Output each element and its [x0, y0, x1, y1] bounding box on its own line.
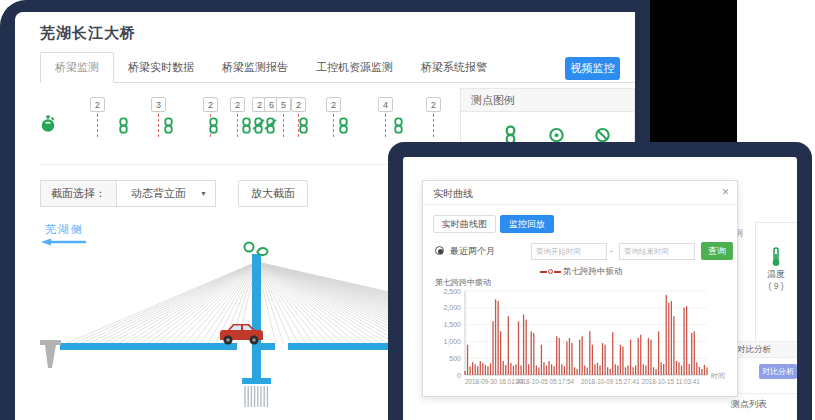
svg-text:2,500: 2,500 — [443, 288, 461, 295]
point-list-header: 测点列表 — [731, 398, 767, 411]
chevron-down-icon: ▼ — [200, 181, 207, 206]
tab-桥梁实时数据[interactable]: 桥梁实时数据 — [114, 53, 208, 82]
svg-text:0: 0 — [457, 372, 461, 379]
main-tab-bar: 桥梁监测桥梁实时数据桥梁监测报告工控机资源监测桥梁系统报警 — [40, 54, 635, 83]
sensor-dashed-line — [158, 114, 159, 137]
sensor-count-badge: 4 — [378, 97, 393, 112]
sensor-count-badge: 2 — [326, 97, 341, 112]
recent-range-radio[interactable] — [435, 246, 444, 255]
link-sensor-icon[interactable] — [297, 117, 310, 135]
recent-range-label: 最近两个月 — [450, 245, 495, 258]
video-monitor-button[interactable]: 视频监控 — [565, 57, 620, 80]
modal-title: 实时曲线 — [433, 187, 473, 201]
temperature-label: 温度 — [755, 269, 797, 281]
svg-text:1,500: 1,500 — [443, 321, 461, 328]
sensor-count-badge: 2 — [291, 97, 306, 112]
svg-text:1,000: 1,000 — [443, 338, 461, 345]
svg-text:2,000: 2,000 — [443, 304, 461, 311]
date-separator: - — [610, 246, 613, 256]
thermometer-icon[interactable] — [769, 247, 783, 267]
enlarge-section-button[interactable]: 放大截面 — [238, 180, 308, 207]
stopwatch-sensor-icon[interactable] — [40, 113, 56, 135]
link-sensor-icon[interactable] — [337, 117, 350, 135]
sensor-count-badge: 2 — [203, 97, 218, 112]
tab-桥梁监测报告[interactable]: 桥梁监测报告 — [208, 53, 302, 82]
modal-header: 实时曲线 × — [423, 181, 737, 205]
compare-analysis-header: 对比分析 — [737, 344, 771, 356]
tower-pier — [242, 378, 271, 407]
svg-text:500: 500 — [449, 355, 461, 362]
sensor-count-badge: 5 — [276, 97, 291, 112]
query-button[interactable]: 查询 — [701, 242, 733, 260]
modal-tab-实时曲线图[interactable]: 实时曲线图 — [433, 215, 496, 233]
link-sensor-icon[interactable] — [207, 117, 220, 135]
sensor-count-badge: 2 — [90, 97, 105, 112]
page-title: 芜湖长江大桥 — [40, 24, 136, 43]
sensor-dashed-line — [97, 114, 98, 137]
section-select-bar: 截面选择： 动态背立面 ▼ 放大截面 — [40, 180, 308, 207]
start-time-input[interactable] — [531, 243, 607, 260]
sensor-count-badge: 2 — [230, 97, 245, 112]
bridge-side-label: 芜湖侧 — [45, 222, 84, 237]
link-sensor-icon[interactable] — [117, 117, 130, 135]
section-select-dropdown[interactable]: 动态背立面 ▼ — [117, 180, 216, 207]
sensor-count-badge: 3 — [151, 97, 166, 112]
sensor-dashed-line — [433, 114, 434, 137]
legend-series-label: 第七跨跨中振动 — [563, 266, 623, 276]
svg-text:时间: 时间 — [711, 372, 725, 380]
svg-text:2018-10-05 05:17:54: 2018-10-05 05:17:54 — [516, 378, 575, 385]
legend-marker-icon — [548, 269, 553, 274]
legend-panel-title: 测点图例 — [461, 89, 634, 112]
tab-桥梁监测[interactable]: 桥梁监测 — [40, 52, 114, 83]
end-time-input[interactable] — [619, 243, 695, 260]
temperature-count: ( 9 ) — [755, 281, 797, 291]
sensor-count-badge: 2 — [426, 97, 441, 112]
sensor-dashed-line — [237, 114, 238, 137]
link-slash-sensor-icon[interactable] — [264, 117, 277, 135]
tab-桥梁系统报警[interactable]: 桥梁系统报警 — [407, 53, 501, 82]
svg-text:2018-10-09 15:27:41: 2018-10-09 15:27:41 — [581, 378, 640, 385]
sensor-dashed-line — [283, 114, 284, 137]
tab-工控机资源监测[interactable]: 工控机资源监测 — [302, 53, 407, 82]
query-filter-row: 最近两个月 - 查询 — [423, 241, 739, 261]
close-icon[interactable]: × — [722, 185, 729, 199]
realtime-curve-modal: 实时曲线 × 实时曲线图监控回放 最近两个月 - 查询 第七跨跨中振动 第七跨跨… — [422, 180, 738, 397]
link-sensor-icon[interactable] — [392, 117, 405, 135]
secondary-window: 图例 温度 ( 9 ) 对比分析 对比分析 测点列表 实时曲线 × 实时曲线图监… — [403, 157, 797, 420]
sensor-dashed-line — [385, 114, 386, 137]
secondary-window-frame: 图例 温度 ( 9 ) 对比分析 对比分析 测点列表 实时曲线 × 实时曲线图监… — [388, 142, 812, 420]
bridge-tower — [252, 254, 261, 378]
section-select-value: 动态背立面 — [131, 181, 186, 206]
link-sensor-icon[interactable] — [162, 117, 175, 135]
sensor-dashed-line — [333, 114, 334, 137]
compare-analysis-button[interactable]: 对比分析 — [759, 364, 797, 379]
modal-tab-bar: 实时曲线图监控回放 — [433, 215, 554, 233]
tower-top-sensor-icons[interactable] — [245, 243, 268, 256]
modal-tab-监控回放[interactable]: 监控回放 — [500, 215, 554, 233]
left-abutment — [40, 340, 61, 368]
svg-text:2018-10-15 11:03:41: 2018-10-15 11:03:41 — [642, 378, 701, 385]
section-select-label: 截面选择： — [40, 180, 117, 207]
vibration-chart: 05001,0001,5002,0002,5002018-09-30 16:01… — [429, 285, 733, 395]
